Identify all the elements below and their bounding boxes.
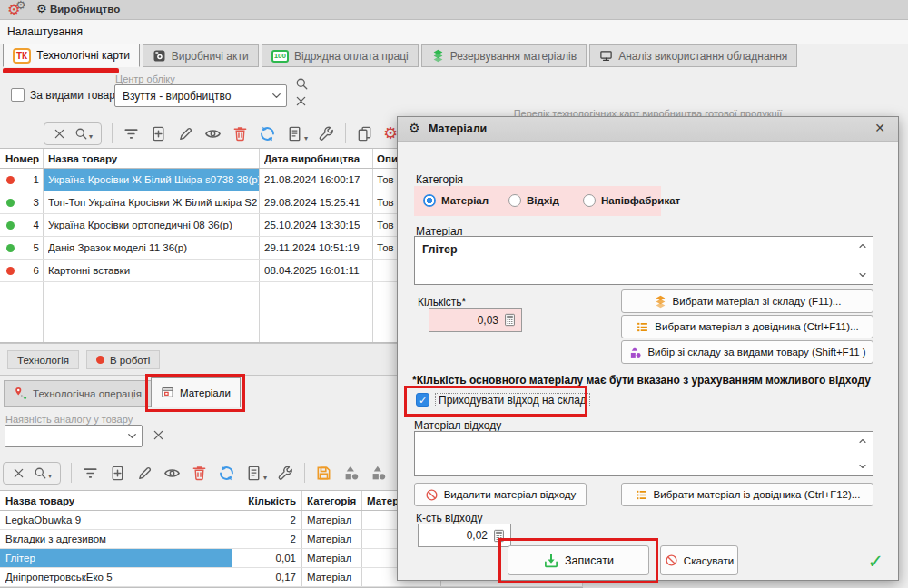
- analog-availability-select[interactable]: [5, 425, 143, 447]
- settings-gears-icon[interactable]: ⚙: [383, 125, 398, 142]
- dialog-close-icon[interactable]: ✕: [874, 121, 885, 135]
- row-name: Вкладки з адгезивом: [5, 530, 226, 548]
- col-qty[interactable]: Кількість: [237, 491, 296, 510]
- col-category[interactable]: Категорія: [307, 491, 358, 510]
- clear-analog-icon[interactable]: [152, 428, 165, 442]
- window-title: Виробництво: [50, 4, 120, 15]
- waste-material-textarea[interactable]: [414, 431, 873, 476]
- scroll-up-icon[interactable]: [857, 436, 868, 446]
- col-name[interactable]: Назва товару: [48, 149, 255, 168]
- view-icon[interactable]: [163, 465, 181, 482]
- row-desc: Тов: [377, 169, 397, 191]
- category-label: Категорія: [416, 173, 463, 186]
- pick-from-stock-button[interactable]: Вибрати матеріал зі складу (F11)...: [621, 289, 873, 313]
- tab-production-acts[interactable]: Виробничі акти: [143, 44, 259, 67]
- clear-filter-icon[interactable]: [294, 94, 308, 108]
- calculator-icon[interactable]: [503, 313, 517, 327]
- radio-material[interactable]: Матеріал: [423, 194, 489, 207]
- table-row[interactable]: 5 Данія Зразок моделі 11 36(р) 29.11.202…: [0, 237, 397, 260]
- by-product-type-checkbox[interactable]: [11, 88, 25, 102]
- row-category: Матеріал: [307, 568, 358, 586]
- button-label: Вибрати матеріал із довідника (Ctrl+F12)…: [654, 489, 861, 500]
- delete-icon[interactable]: [232, 125, 249, 142]
- tab-piecework-pay[interactable]: 100 Відрядна оплата праці: [262, 44, 419, 67]
- row-name: Данія Зразок моделі 11 36(р): [48, 237, 257, 259]
- report-dropdown-icon[interactable]: ▾: [245, 465, 267, 482]
- col-number[interactable]: Номер: [5, 149, 42, 168]
- col-desc[interactable]: Опи: [377, 149, 397, 168]
- cancel-button[interactable]: Скасувати: [660, 545, 738, 575]
- filter-icon[interactable]: [82, 465, 99, 482]
- monitor-icon: [599, 49, 613, 63]
- scroll-up-icon[interactable]: [857, 240, 868, 251]
- tk-badge-icon: ТК: [13, 48, 31, 64]
- refresh-icon[interactable]: [259, 125, 276, 142]
- tab-tech-cards[interactable]: ТК Технологічні карти: [3, 44, 140, 67]
- filter-icon[interactable]: [123, 125, 140, 142]
- calculator-icon[interactable]: [492, 529, 506, 543]
- save-button[interactable]: Записати: [508, 545, 649, 575]
- menu-settings[interactable]: Налаштування: [7, 25, 83, 38]
- row-desc: Тов: [377, 237, 397, 259]
- copy-icon[interactable]: [356, 125, 373, 142]
- status-dot: [6, 267, 15, 275]
- shapes-icon[interactable]: [342, 465, 360, 482]
- table-row[interactable]: 3 Топ-Топ Україна Кросівки Ж Білий шкіра…: [0, 191, 397, 214]
- waste-to-stock-checkbox[interactable]: ✓: [416, 393, 429, 407]
- search-icon[interactable]: [295, 77, 309, 91]
- table-row[interactable]: 1 Україна Кросівки Ж Білий Шкіра s0738 3…: [0, 169, 397, 191]
- tools-icon[interactable]: [318, 125, 335, 142]
- subtab-tech-operation[interactable]: Технологічна операція: [4, 380, 152, 407]
- state-status: В роботі: [86, 350, 160, 369]
- clear-search-icon[interactable]: [12, 466, 25, 480]
- waste-to-stock-label[interactable]: Приходувати відход на склад: [436, 394, 589, 407]
- pick-waste-from-reference-button[interactable]: Вибрати матеріал із довідника (Ctrl+F12)…: [621, 483, 873, 506]
- waste-qty-input[interactable]: 0,02: [418, 524, 511, 547]
- edit-icon[interactable]: [177, 125, 194, 142]
- material-textarea[interactable]: Глітер: [414, 236, 873, 285]
- dialog-header[interactable]: ⚙ Матеріали ✕: [398, 117, 898, 142]
- shapes-icon[interactable]: [370, 465, 387, 482]
- table-row[interactable]: 6 Картонні вставки 08.04.2025 16:01:11: [0, 260, 397, 282]
- subtab-materials[interactable]: Матеріали: [151, 377, 241, 407]
- center-of-account-select[interactable]: Взуття - виробництво: [114, 84, 287, 107]
- pick-by-product-type-button[interactable]: Вибір зі складу за видами товару (Shift+…: [621, 340, 873, 364]
- col-name[interactable]: Назва товару: [5, 491, 226, 510]
- radio-semifinished[interactable]: Напівфабрикат: [583, 194, 680, 207]
- edit-icon[interactable]: [136, 465, 153, 482]
- row-number: 6: [18, 260, 39, 281]
- tools-icon[interactable]: [277, 465, 294, 482]
- add-document-icon[interactable]: [109, 465, 126, 482]
- table-row[interactable]: 4 Україна Кросівки ортопедичні 08 36(р) …: [0, 214, 397, 237]
- search-dropdown[interactable]: ▾: [34, 466, 52, 480]
- hundred-badge-icon: 100: [271, 50, 289, 63]
- save-download-icon: [543, 553, 559, 569]
- confirm-check-icon[interactable]: ✓: [867, 551, 883, 573]
- separator: [304, 463, 305, 483]
- waste-qty-value: 0,02: [467, 529, 488, 542]
- add-document-icon[interactable]: [150, 125, 167, 142]
- tab-material-reserve[interactable]: Резервування матеріалів: [421, 44, 587, 67]
- radio-waste[interactable]: Відхід: [508, 194, 559, 207]
- tab-equipment-analysis[interactable]: Аналіз використання обладнання: [589, 44, 797, 67]
- in-progress-label: В роботі: [110, 355, 150, 366]
- quantity-input[interactable]: 0,03: [429, 308, 522, 332]
- view-icon[interactable]: [204, 125, 222, 142]
- delete-icon[interactable]: [191, 465, 208, 482]
- row-name: ДніпропетровськЕко 5: [5, 568, 226, 586]
- button-label: Скасувати: [684, 555, 734, 566]
- clear-search-icon[interactable]: [53, 127, 66, 141]
- radio-selected-icon: [423, 194, 436, 207]
- refresh-icon[interactable]: [218, 465, 235, 482]
- save-floppy-icon[interactable]: [315, 465, 332, 482]
- scroll-down-icon[interactable]: [857, 461, 868, 472]
- col-date[interactable]: Дата виробництва: [264, 149, 370, 168]
- scroll-down-icon[interactable]: [857, 270, 868, 280]
- search-dropdown[interactable]: ▾: [74, 127, 93, 141]
- row-qty: 2: [237, 530, 296, 548]
- delete-waste-material-button[interactable]: Видалити матеріал відходу: [414, 483, 587, 506]
- status-dot: [6, 199, 15, 207]
- report-dropdown-icon[interactable]: ▾: [286, 125, 308, 142]
- row-number: 4: [18, 214, 39, 236]
- pick-from-reference-button[interactable]: Вибрати матеріал з довідника (Ctrl+F11).…: [621, 315, 873, 338]
